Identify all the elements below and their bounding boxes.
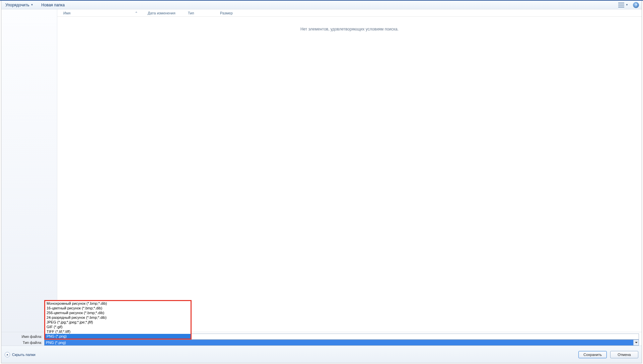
column-type-label: Тип bbox=[188, 11, 194, 15]
column-name-label: Имя bbox=[63, 11, 70, 15]
new-folder-button[interactable]: Новая папка bbox=[40, 2, 66, 8]
filetype-label: Тип файла: bbox=[1, 341, 44, 345]
filetype-combo[interactable]: PNG (*.png) bbox=[44, 340, 639, 346]
hide-folders-label: Скрыть папки bbox=[12, 353, 35, 357]
toolbar-left: Упорядочить ▼ Новая папка bbox=[4, 2, 66, 8]
organize-label: Упорядочить bbox=[5, 3, 29, 7]
footer-buttons: Сохранить Отмена bbox=[578, 351, 638, 358]
save-fields-block: Монохромный рисунок (*.bmp;*.dib)16-цвет… bbox=[1, 332, 642, 346]
dialog-footer: Скрыть папки Сохранить Отмена bbox=[1, 346, 642, 363]
sort-ascending-icon bbox=[135, 11, 137, 13]
save-button[interactable]: Сохранить bbox=[578, 351, 607, 358]
collapse-up-icon bbox=[5, 352, 10, 357]
filetype-option[interactable]: PNG (*.png) bbox=[45, 334, 191, 339]
chevron-down-icon bbox=[635, 342, 638, 343]
filetype-option[interactable]: Монохромный рисунок (*.bmp;*.dib) bbox=[45, 301, 191, 306]
help-icon[interactable]: ? bbox=[633, 2, 639, 8]
cancel-button-label: Отмена bbox=[618, 353, 631, 357]
filetype-option[interactable]: TIFF (*.tif;*.tiff) bbox=[45, 329, 191, 334]
column-header-name[interactable]: Имя bbox=[57, 9, 144, 16]
filetype-selected-value: PNG (*.png) bbox=[46, 341, 66, 345]
filetype-row: Тип файла: PNG (*.png) bbox=[1, 340, 642, 346]
filetype-option[interactable]: GIF (*.gif) bbox=[45, 324, 191, 329]
column-header-size[interactable]: Размер bbox=[217, 9, 247, 16]
save-button-label: Сохранить bbox=[583, 353, 602, 357]
filetype-option[interactable]: 16-цветный рисунок (*.bmp;*.dib) bbox=[45, 306, 191, 310]
chevron-down-icon: ▼ bbox=[626, 3, 628, 6]
filetype-option[interactable]: JPEG (*.jpg;*.jpeg;*.jpe;*.jfif) bbox=[45, 320, 191, 324]
organize-menu[interactable]: Упорядочить ▼ bbox=[4, 2, 34, 8]
filetype-option[interactable]: 256-цветный рисунок (*.bmp;*.dib) bbox=[45, 310, 191, 315]
column-date-label: Дата изменения bbox=[148, 11, 175, 15]
column-size-label: Размер bbox=[220, 11, 233, 15]
new-folder-label: Новая папка bbox=[41, 3, 65, 7]
column-header-type[interactable]: Тип bbox=[185, 9, 217, 16]
empty-folder-message: Нет элементов, удовлетворяющих условиям … bbox=[57, 27, 642, 31]
chevron-down-icon: ▼ bbox=[30, 3, 33, 6]
toolbar: Упорядочить ▼ Новая папка ▼ ? bbox=[1, 1, 642, 9]
toolbar-right: ▼ ? bbox=[617, 1, 639, 9]
list-view-icon bbox=[618, 3, 624, 7]
column-header-row: Имя Дата изменения Тип Размер bbox=[57, 9, 642, 17]
combo-drop-button[interactable] bbox=[633, 340, 639, 345]
view-mode-button[interactable]: ▼ bbox=[617, 2, 630, 8]
filename-label: Имя файла: bbox=[1, 335, 44, 339]
cancel-button[interactable]: Отмена bbox=[610, 351, 638, 358]
column-header-date[interactable]: Дата изменения bbox=[144, 9, 185, 16]
filetype-option[interactable]: 24-разрядный рисунок (*.bmp;*.dib) bbox=[45, 315, 191, 320]
hide-folders-toggle[interactable]: Скрыть папки bbox=[5, 352, 35, 357]
save-dialog: Упорядочить ▼ Новая папка ▼ ? bbox=[1, 1, 642, 363]
filetype-dropdown-list[interactable]: Монохромный рисунок (*.bmp;*.dib)16-цвет… bbox=[44, 300, 192, 340]
